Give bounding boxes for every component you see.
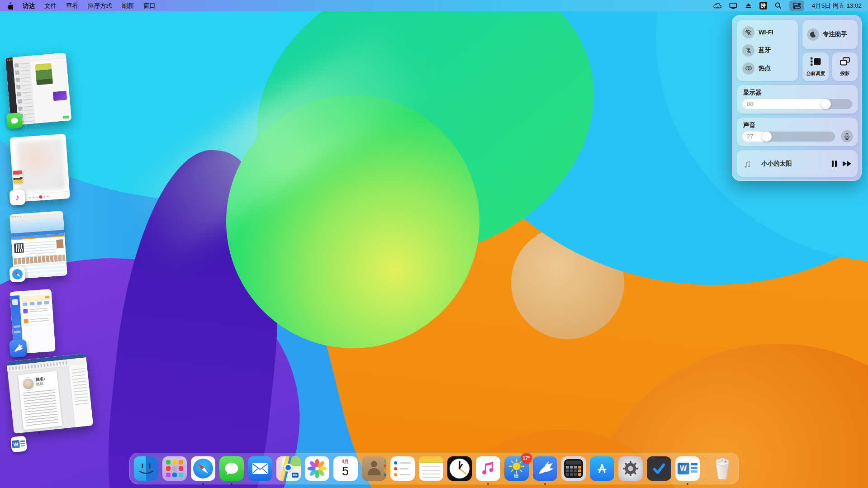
menu-bar-clock[interactable]: 4月5日 周五 13:02: [812, 2, 862, 10]
thunder-window-thumbnail[interactable]: [9, 289, 55, 354]
music-window-thumbnail[interactable]: ♪: [9, 134, 70, 202]
display-status-icon[interactable]: [729, 1, 737, 10]
hotspot-link-icon: [742, 62, 754, 75]
messages-badge-icon: [6, 112, 23, 129]
screen-mirroring-toggle[interactable]: 投影: [832, 52, 858, 81]
thunder-badge-icon: [9, 339, 28, 358]
dock-safari-icon[interactable]: [191, 456, 215, 481]
next-track-button[interactable]: [843, 161, 851, 166]
dock-mail-icon[interactable]: [248, 456, 272, 481]
dock: 280 4月 5: [129, 453, 739, 484]
word-window-thumbnail[interactable]: 姓名:此处: W: [6, 353, 95, 449]
music-badge-icon: ♪: [9, 189, 25, 205]
stage-manager-toggle[interactable]: 台前调度: [802, 52, 829, 81]
running-indicator: [487, 483, 489, 485]
maps-route-shield: 280: [292, 473, 299, 478]
dock-calculator-icon[interactable]: [561, 456, 586, 481]
spotlight-search-icon[interactable]: [775, 1, 782, 10]
menu-bar: 访达 文件 查看 排序方式 刷新 窗口 拼 4月5日 周五 13:: [0, 0, 868, 11]
menu-item-refresh[interactable]: 刷新: [122, 2, 134, 10]
dock-calendar-icon[interactable]: 4月 5: [333, 456, 358, 481]
dock-thunder-icon[interactable]: [533, 456, 557, 481]
safari-window-thumbnail[interactable]: [9, 211, 67, 279]
bluetooth-label: 蓝牙: [759, 46, 771, 54]
dock-clock-icon[interactable]: [447, 456, 472, 481]
dock-reminders-icon[interactable]: [390, 456, 415, 481]
running-indicator: [544, 483, 546, 485]
dock-appstore-icon[interactable]: [590, 456, 614, 481]
dock-maps-icon[interactable]: 280: [276, 456, 301, 481]
dock-photos-icon[interactable]: [305, 456, 329, 481]
dock-music-icon[interactable]: [476, 456, 500, 481]
stage-manager-icon: [810, 57, 821, 68]
display-value: 80: [747, 99, 753, 109]
pause-button[interactable]: [832, 161, 837, 167]
focus-label: 专注助手: [823, 30, 847, 38]
word-letter: W: [678, 463, 689, 474]
now-playing-title: 小小的太阳: [761, 160, 832, 168]
word-badge-icon: W: [10, 436, 27, 452]
display-slider-knob[interactable]: [821, 99, 831, 109]
sound-volume-slider[interactable]: 27: [742, 132, 835, 142]
connectivity-card: Wi-Fi 蓝牙 热点: [737, 20, 798, 81]
dock-finder-icon[interactable]: [134, 456, 158, 481]
sound-value: 27: [747, 132, 753, 142]
dock-weather-icon[interactable]: 晴 17°: [504, 456, 529, 481]
apple-menu-icon[interactable]: [6, 1, 13, 10]
sound-label: 声音: [743, 121, 755, 129]
hotspot-label: 热点: [759, 64, 771, 72]
wifi-toggle[interactable]: Wi-Fi: [737, 23, 798, 41]
focus-toggle[interactable]: 专注助手: [802, 20, 858, 49]
dock-trash-icon[interactable]: [710, 456, 735, 481]
cloud-status-icon[interactable]: [713, 1, 721, 10]
desktop: 访达 文件 查看 排序方式 刷新 窗口 拼 4月5日 周五 13:: [0, 0, 868, 488]
dock-launchpad-icon[interactable]: [162, 456, 187, 481]
control-center-icon[interactable]: [789, 0, 804, 11]
running-indicator: [687, 483, 688, 485]
menu-item-finder[interactable]: 访达: [23, 2, 35, 10]
wechat-window-thumbnail[interactable]: [5, 52, 72, 125]
display-label: 显示器: [743, 89, 762, 97]
input-method-icon[interactable]: 拼: [759, 2, 767, 9]
microphone-button[interactable]: [841, 130, 853, 142]
running-indicator: [202, 483, 204, 485]
sound-card: 声音 27: [737, 118, 858, 146]
dock-tasks-icon[interactable]: [647, 456, 671, 481]
dock-settings-icon[interactable]: [618, 456, 643, 481]
bluetooth-toggle[interactable]: 蓝牙: [737, 41, 798, 59]
control-center-panel: Wi-Fi 蓝牙 热点 专注助手: [732, 15, 862, 181]
stage-manager-label: 台前调度: [806, 71, 825, 77]
wifi-label: Wi-Fi: [759, 29, 773, 36]
menu-item-window[interactable]: 窗口: [143, 2, 156, 10]
music-note-icon: ♫: [743, 158, 751, 169]
now-playing-card[interactable]: ♫ 小小的太阳: [737, 150, 858, 177]
screen-mirroring-icon: [840, 57, 850, 68]
eject-icon[interactable]: [745, 1, 752, 10]
wifi-off-icon: [742, 26, 754, 38]
menu-item-view[interactable]: 查看: [66, 2, 78, 10]
bluetooth-off-icon: [742, 44, 754, 57]
moon-icon: [807, 28, 819, 41]
dock-notes-icon[interactable]: [419, 456, 443, 481]
sound-slider-knob[interactable]: [762, 132, 772, 142]
dock-divider: [705, 457, 705, 480]
running-indicator: [231, 483, 232, 485]
display-brightness-slider[interactable]: 80: [742, 99, 852, 109]
menu-item-file[interactable]: 文件: [44, 2, 57, 10]
weather-temp-badge: 17°: [521, 453, 532, 463]
screen-mirroring-label: 投影: [840, 71, 850, 77]
dock-contacts-icon[interactable]: [362, 456, 386, 481]
calendar-month: 4月: [333, 459, 358, 465]
dock-messages-icon[interactable]: [219, 456, 244, 481]
safari-badge-icon: [9, 266, 25, 282]
menu-item-sort[interactable]: 排序方式: [88, 2, 112, 10]
dock-word-icon[interactable]: W: [675, 456, 700, 481]
display-card: 显示器 80: [737, 85, 858, 114]
hotspot-toggle[interactable]: 热点: [737, 59, 798, 77]
calendar-day: 5: [333, 465, 358, 479]
weather-condition: 晴: [504, 473, 529, 479]
